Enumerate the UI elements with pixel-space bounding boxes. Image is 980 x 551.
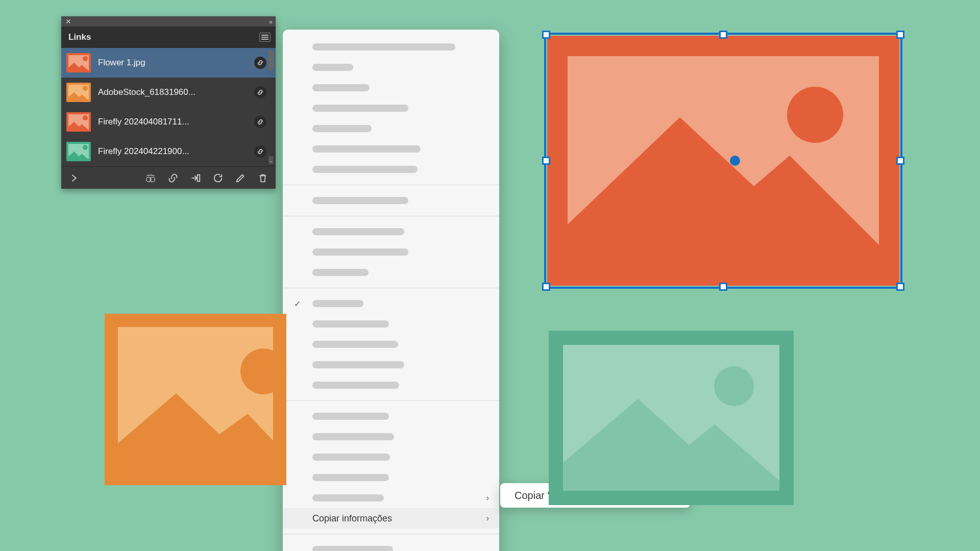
menu-item[interactable] <box>283 427 499 447</box>
menu-item[interactable] <box>283 467 499 488</box>
links-row[interactable]: AdobeStock_61831960... <box>61 78 276 107</box>
trash-icon[interactable] <box>257 172 268 184</box>
menu-item[interactable] <box>283 406 499 427</box>
menu-item[interactable] <box>283 118 499 139</box>
menu-item[interactable] <box>283 221 499 242</box>
svg-rect-2 <box>198 174 200 181</box>
menu-item-placeholder <box>312 228 404 235</box>
close-icon[interactable]: ✕ <box>64 17 72 26</box>
edit-original-icon[interactable] <box>235 172 246 184</box>
link-filename: Firefly 202404081711... <box>98 117 247 127</box>
panel-footer <box>61 166 276 189</box>
mountain-shape <box>105 368 286 485</box>
menu-item-placeholder <box>312 125 372 132</box>
context-menu: ✓›Copiar informações› <box>283 30 499 551</box>
selection-outline <box>544 33 902 289</box>
menu-item-placeholder <box>312 197 408 204</box>
menu-item-placeholder <box>312 361 404 368</box>
menu-item[interactable]: ✓ <box>283 293 499 314</box>
links-row[interactable]: Flower 1.jpg <box>61 48 276 78</box>
panel-topbar: ✕ « <box>61 16 276 27</box>
menu-item-placeholder <box>312 546 393 551</box>
menu-item[interactable] <box>283 57 499 78</box>
menu-item-placeholder <box>312 105 408 112</box>
menu-item[interactable] <box>283 242 499 262</box>
menu-item[interactable] <box>283 539 499 551</box>
selection-center[interactable] <box>730 156 740 166</box>
menu-item-placeholder <box>312 454 390 461</box>
menu-item-placeholder <box>312 474 389 481</box>
selection-handle-mr[interactable] <box>896 157 904 165</box>
links-row[interactable]: Firefly 202404221900... <box>61 137 276 166</box>
menu-item-placeholder <box>312 433 394 440</box>
menu-item-placeholder <box>312 320 389 328</box>
menu-item-placeholder <box>312 269 369 276</box>
menu-item-copy-info[interactable]: Copiar informações› <box>283 508 499 529</box>
panel-header: Links <box>61 27 276 48</box>
menu-item[interactable] <box>283 334 499 355</box>
menu-item[interactable]: › <box>283 488 499 508</box>
links-row[interactable]: Firefly 202404081711... <box>61 107 276 137</box>
relink-cc-icon[interactable] <box>145 172 156 184</box>
link-status-icon <box>254 116 266 128</box>
menu-item-placeholder <box>312 84 370 91</box>
link-thumbnail <box>66 142 91 161</box>
menu-item[interactable] <box>283 314 499 334</box>
selection-handle-tm[interactable] <box>719 31 727 39</box>
selection-handle-tl[interactable] <box>542 31 550 39</box>
menu-item[interactable] <box>283 139 499 159</box>
link-thumbnail <box>66 53 91 72</box>
link-status-icon <box>254 86 266 98</box>
menu-item[interactable] <box>283 447 499 467</box>
menu-item[interactable] <box>283 375 499 395</box>
menu-item-placeholder <box>312 64 353 71</box>
menu-item[interactable] <box>283 37 499 57</box>
menu-item-placeholder <box>312 43 455 51</box>
links-list: ⌄ Flower 1.jpgAdobeStock_61831960...Fire… <box>61 48 276 166</box>
selection-handle-bm[interactable] <box>719 283 727 291</box>
menu-item-placeholder <box>312 413 389 420</box>
check-icon: ✓ <box>294 299 301 309</box>
link-thumbnail <box>66 112 91 132</box>
menu-item-placeholder <box>312 248 408 256</box>
selection-handle-ml[interactable] <box>542 157 550 165</box>
placed-image-teal[interactable] <box>549 331 794 505</box>
link-status-icon <box>254 57 266 69</box>
scrollbar-down[interactable]: ⌄ <box>268 156 274 164</box>
update-link-icon[interactable] <box>212 172 224 184</box>
menu-item-placeholder <box>312 341 398 348</box>
menu-item-placeholder <box>312 494 384 502</box>
selection-handle-tr[interactable] <box>896 31 904 39</box>
menu-item-label: Copiar informações <box>312 513 392 524</box>
collapse-icon[interactable]: « <box>269 18 273 26</box>
selection-handle-bl[interactable] <box>542 283 550 291</box>
disclosure-icon[interactable] <box>68 172 80 184</box>
link-filename: Firefly 202404221900... <box>98 146 247 157</box>
link-status-icon <box>254 145 266 158</box>
menu-item[interactable] <box>283 190 499 211</box>
chevron-right-icon: › <box>486 493 489 503</box>
mountain-shape <box>549 379 794 491</box>
menu-item-placeholder <box>312 382 399 389</box>
menu-item-placeholder <box>312 300 363 307</box>
menu-item[interactable] <box>283 78 499 98</box>
link-thumbnail <box>66 83 91 102</box>
link-filename: AdobeStock_61831960... <box>98 87 247 97</box>
menu-item-placeholder <box>312 145 421 153</box>
scrollbar-thumb[interactable] <box>268 50 274 70</box>
menu-item-placeholder <box>312 166 418 173</box>
selection-handle-br[interactable] <box>896 283 904 291</box>
menu-item[interactable] <box>283 355 499 375</box>
panel-title: Links <box>68 32 91 42</box>
link-filename: Flower 1.jpg <box>98 58 247 68</box>
menu-item[interactable] <box>283 262 499 283</box>
menu-item[interactable] <box>283 98 499 118</box>
goto-link-icon[interactable] <box>190 172 201 184</box>
panel-menu-button[interactable] <box>259 33 271 42</box>
menu-item[interactable] <box>283 159 499 180</box>
chevron-right-icon: › <box>486 514 489 523</box>
links-panel: ✕ « Links ⌄ Flower 1.jpgAdobeStock_61831… <box>61 16 276 189</box>
placed-image-orange-small[interactable] <box>105 314 286 485</box>
relink-icon[interactable] <box>167 172 179 184</box>
